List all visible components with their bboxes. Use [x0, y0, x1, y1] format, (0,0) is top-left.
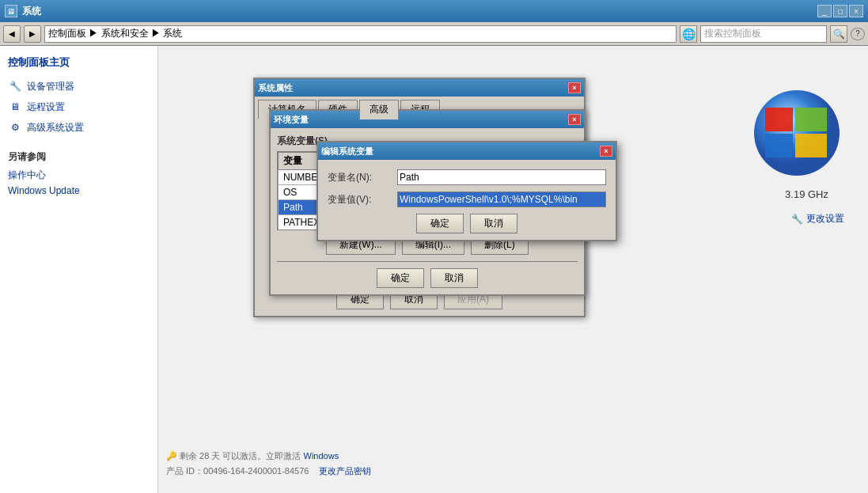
edit-close-button[interactable]: × [600, 146, 612, 157]
maximize-button[interactable]: □ [833, 5, 847, 17]
minimize-button[interactable]: _ [817, 5, 832, 17]
change-product-key-link[interactable]: 更改产品密钥 [319, 466, 371, 476]
back-button[interactable]: ◀ [3, 25, 21, 43]
close-button[interactable]: × [849, 5, 863, 17]
windows-update-link[interactable]: Windows Update [8, 185, 150, 196]
edit-body: 变量名(N): 变量值(V): 确定 取消 [318, 160, 616, 240]
globe-button[interactable]: 🌐 [680, 25, 697, 43]
var-name-label: 变量名(N): [328, 171, 391, 184]
device-manager-icon: 🔧 [8, 79, 22, 93]
change-settings-icon: 🔧 [791, 214, 803, 225]
sidebar: 控制面板主页 🔧 设备管理器 🖥 远程设置 ⚙ 高级系统设置 另请参阅 操作中心… [0, 46, 158, 493]
remote-icon: 🖥 [8, 100, 22, 114]
sysprops-close-button[interactable]: × [568, 82, 581, 93]
envvars-title: 环境变量 [274, 114, 568, 126]
search-button[interactable]: 🔍 [830, 25, 847, 43]
sidebar-item-label: 高级系统设置 [27, 121, 84, 135]
sysprops-title-bar: 系统属性 × [255, 79, 584, 97]
address-text: 控制面板 ▶ 系统和安全 ▶ 系统 [48, 27, 182, 40]
activation-link[interactable]: Windows [304, 451, 339, 461]
main-layout: 控制面板主页 🔧 设备管理器 🖥 远程设置 ⚙ 高级系统设置 另请参阅 操作中心… [0, 46, 868, 493]
sidebar-item-label: 设备管理器 [27, 80, 74, 93]
activation-warning: 🔑 剩余 28 天 可以激活。立即激活 Windows [166, 450, 371, 462]
address-field[interactable]: 控制面板 ▶ 系统和安全 ▶ 系统 [44, 25, 677, 43]
dialog-edit-variable: 编辑系统变量 × 变量名(N): 变量值(V): 确定 取消 [316, 141, 617, 241]
content-area: 3.19 GHz 🔧 更改设置 🔑 剩余 28 天 可以激活。立即激活 Wind… [158, 46, 868, 493]
bottom-info: 🔑 剩余 28 天 可以激活。立即激活 Windows 产品 ID：00496-… [166, 450, 371, 477]
envvars-bottom-buttons: 确定 取消 [277, 268, 578, 288]
product-id-row: 产品 ID：00496-164-2400001-84576 更改产品密钥 [166, 465, 371, 477]
var-value-row: 变量值(V): [328, 192, 606, 207]
change-settings-link[interactable]: 🔧 更改设置 [791, 212, 844, 226]
edit-title-bar: 编辑系统变量 × [318, 142, 616, 160]
action-center-link[interactable]: 操作中心 [8, 169, 150, 182]
edit-title: 编辑系统变量 [321, 146, 600, 157]
envvars-title-bar: 环境变量 × [271, 111, 584, 128]
var-name-row: 变量名(N): [328, 169, 606, 185]
sysprops-title: 系统属性 [258, 82, 568, 94]
envvars-close-button[interactable]: × [568, 114, 581, 125]
svg-point-0 [754, 90, 840, 176]
help-button[interactable]: ? [851, 28, 865, 40]
envvars-ok-button[interactable]: 确定 [377, 268, 424, 288]
search-field[interactable]: 搜索控制面板 [700, 25, 827, 43]
separator [277, 261, 578, 262]
title-text: 系统 [22, 5, 817, 18]
product-id-text: 产品 ID：00496-164-2400001-84576 [166, 466, 309, 476]
activation-main: 剩余 28 天 可以激活。立即激活 [180, 451, 301, 461]
sidebar-title: 控制面板主页 [8, 55, 150, 70]
edit-ok-button[interactable]: 确定 [416, 214, 464, 233]
seealso-section: 另请参阅 [8, 150, 150, 164]
title-bar-buttons: _ □ × [817, 5, 863, 17]
search-placeholder: 搜索控制面板 [704, 27, 761, 40]
app-icon: 🖥 [5, 5, 17, 17]
var-name-input[interactable] [397, 169, 606, 185]
edit-cancel-button[interactable]: 取消 [470, 214, 517, 233]
speed-text: 3.19 GHz [785, 188, 828, 200]
edit-buttons: 确定 取消 [328, 214, 606, 233]
forward-button[interactable]: ▶ [24, 25, 41, 43]
tab-advanced[interactable]: 高级 [359, 100, 399, 119]
change-settings-label: 更改设置 [806, 212, 844, 226]
var-value-input[interactable] [397, 192, 606, 207]
advanced-icon: ⚙ [8, 120, 22, 135]
sidebar-item-label: 远程设置 [27, 100, 65, 114]
activation-text: 🔑 [166, 451, 180, 461]
address-bar: ◀ ▶ 控制面板 ▶ 系统和安全 ▶ 系统 🌐 搜索控制面板 🔍 ? [0, 22, 868, 46]
envvars-cancel-button[interactable]: 取消 [430, 268, 478, 288]
sidebar-item-advanced[interactable]: ⚙ 高级系统设置 [8, 120, 150, 135]
var-value-label: 变量值(V): [328, 193, 391, 207]
sidebar-item-remote[interactable]: 🖥 远程设置 [8, 100, 150, 114]
sidebar-item-device-manager[interactable]: 🔧 设备管理器 [8, 79, 150, 93]
windows-logo [749, 85, 844, 180]
title-bar: 🖥 系统 _ □ × [0, 0, 868, 22]
